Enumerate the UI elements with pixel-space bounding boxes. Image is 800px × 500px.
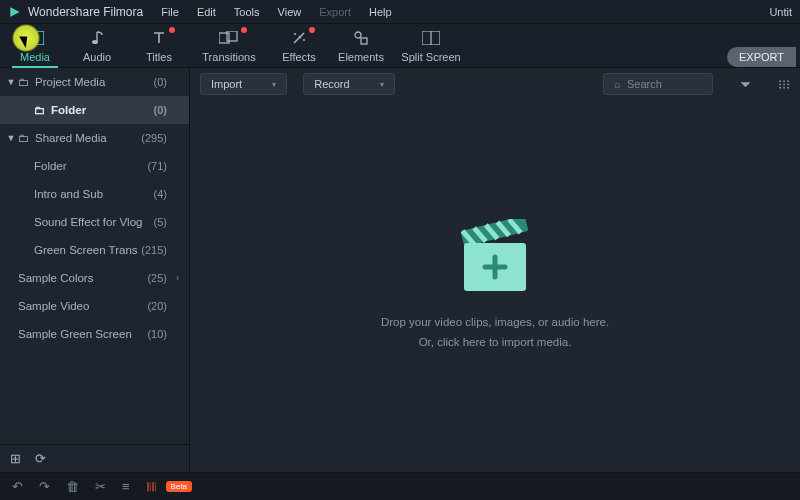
titlebar: Wondershare Filmora File Edit Tools View… xyxy=(0,0,800,24)
tree-row-count: (295) xyxy=(141,132,167,144)
svg-point-5 xyxy=(303,39,305,41)
menu-export: Export xyxy=(319,6,351,18)
redo-icon[interactable]: ↷ xyxy=(39,479,50,494)
grid-view-icon[interactable]: ⁝⁝⁝ xyxy=(778,77,790,92)
chevron-right-icon: › xyxy=(167,273,179,283)
document-title: Untit xyxy=(769,6,792,18)
main-menu: File Edit Tools View Export Help xyxy=(161,6,391,18)
tree-row[interactable]: Sample Green Screen(10) xyxy=(0,320,189,348)
tree-row-count: (71) xyxy=(147,160,167,172)
tree-row[interactable]: ▼🗀Shared Media(295) xyxy=(0,124,189,152)
tab-label: Split Screen xyxy=(401,51,460,63)
new-badge-icon xyxy=(169,27,175,33)
drop-zone[interactable]: Drop your video clips, images, or audio … xyxy=(190,100,800,472)
import-dropdown[interactable]: Import▾ xyxy=(200,73,287,95)
folder-icon: 🗀 xyxy=(34,104,45,116)
menu-file[interactable]: File xyxy=(161,6,179,18)
tree-row[interactable]: Sample Colors(25)› xyxy=(0,264,189,292)
tree-row[interactable]: Green Screen Trans(215) xyxy=(0,236,189,264)
content-toolbar: Import▾ Record▾ ⌕Search ⏷ ⁝⁝⁝ xyxy=(190,68,800,100)
tool-tabs: Media Audio Titles Transitions Effects E… xyxy=(0,24,800,68)
chevron-down-icon: ▾ xyxy=(272,80,276,89)
tree-row-label: Shared Media xyxy=(35,132,141,144)
tree-row[interactable]: ▼🗀Project Media(0) xyxy=(0,68,189,96)
folder-icon: 🗀 xyxy=(18,76,29,88)
undo-icon[interactable]: ↶ xyxy=(12,479,23,494)
tab-split-screen[interactable]: Split Screen xyxy=(392,23,470,67)
tree-row-label: Sample Colors xyxy=(18,272,147,284)
drop-text-1: Drop your video clips, images, or audio … xyxy=(381,313,609,333)
menu-edit[interactable]: Edit xyxy=(197,6,216,18)
search-input[interactable]: ⌕Search xyxy=(603,73,713,95)
tree-row[interactable]: Folder(71) xyxy=(0,152,189,180)
tab-titles[interactable]: Titles xyxy=(128,23,190,67)
svg-point-1 xyxy=(92,40,98,44)
tree-row[interactable]: Intro and Sub(4) xyxy=(0,180,189,208)
export-button[interactable]: EXPORT xyxy=(727,47,796,67)
dropdown-label: Import xyxy=(211,78,242,90)
tree-row-count: (10) xyxy=(147,328,167,340)
tab-label: Effects xyxy=(282,51,315,63)
app-logo-icon xyxy=(8,5,22,19)
svg-rect-7 xyxy=(361,38,367,44)
svg-point-6 xyxy=(355,32,361,38)
tree-row[interactable]: Sound Effect for Vlog(5) xyxy=(0,208,189,236)
refresh-icon[interactable]: ⟳ xyxy=(35,451,46,466)
new-badge-icon xyxy=(241,27,247,33)
timeline-icon[interactable]: ⦀⦀ xyxy=(146,479,156,495)
tree-row-count: (0) xyxy=(154,76,167,88)
transitions-icon xyxy=(219,29,239,47)
tab-label: Transitions xyxy=(202,51,255,63)
tree-row[interactable]: 🗀Folder(0) xyxy=(0,96,189,124)
search-icon: ⌕ xyxy=(614,78,621,90)
chevron-icon: ▼ xyxy=(6,133,16,143)
tree-row-count: (4) xyxy=(154,188,167,200)
tab-label: Audio xyxy=(83,51,111,63)
tree-row-label: Project Media xyxy=(35,76,154,88)
add-folder-icon[interactable]: ⊞ xyxy=(10,451,21,466)
audio-icon xyxy=(89,29,105,47)
new-badge-icon xyxy=(309,27,315,33)
cut-icon[interactable]: ✂ xyxy=(95,479,106,494)
tree-row-count: (215) xyxy=(141,244,167,256)
tab-effects[interactable]: Effects xyxy=(268,23,330,67)
beta-badge: Beta xyxy=(166,481,192,492)
tree-row[interactable]: Sample Video(20) xyxy=(0,292,189,320)
chevron-down-icon: ▾ xyxy=(380,80,384,89)
tree-row-count: (0) xyxy=(154,104,167,116)
tab-audio[interactable]: Audio xyxy=(66,23,128,67)
menu-view[interactable]: View xyxy=(278,6,302,18)
tree-row-label: Green Screen Trans xyxy=(34,244,141,256)
tab-label: Media xyxy=(20,51,50,63)
tree-row-label: Folder xyxy=(51,104,154,116)
elements-icon xyxy=(353,29,369,47)
menu-help[interactable]: Help xyxy=(369,6,392,18)
dropdown-label: Record xyxy=(314,78,349,90)
menu-tools[interactable]: Tools xyxy=(234,6,260,18)
effects-icon xyxy=(291,29,307,47)
tab-elements[interactable]: Elements xyxy=(330,23,392,67)
tab-label: Elements xyxy=(338,51,384,63)
titles-icon xyxy=(151,29,167,47)
tree-row-label: Sample Green Screen xyxy=(18,328,147,340)
filter-icon[interactable]: ⏷ xyxy=(739,77,752,92)
settings-icon[interactable]: ≡ xyxy=(122,479,130,494)
clapperboard-icon xyxy=(452,219,538,295)
tree-row-label: Sound Effect for Vlog xyxy=(34,216,154,228)
chevron-icon: ▼ xyxy=(6,77,16,87)
media-sidebar: ▼🗀Project Media(0)🗀Folder(0)▼🗀Shared Med… xyxy=(0,68,190,472)
delete-icon[interactable]: 🗑 xyxy=(66,479,79,494)
media-content: Import▾ Record▾ ⌕Search ⏷ ⁝⁝⁝ Drop your … xyxy=(190,68,800,472)
search-placeholder: Search xyxy=(627,78,662,90)
tab-label: Titles xyxy=(146,51,172,63)
record-dropdown[interactable]: Record▾ xyxy=(303,73,394,95)
tab-transitions[interactable]: Transitions xyxy=(190,23,268,67)
app-name: Wondershare Filmora xyxy=(28,5,143,19)
tab-media[interactable]: Media xyxy=(4,23,66,67)
tree-row-label: Folder xyxy=(34,160,147,172)
splitscreen-icon xyxy=(422,29,440,47)
tree-row-count: (20) xyxy=(147,300,167,312)
media-icon xyxy=(26,29,44,47)
tree-row-label: Intro and Sub xyxy=(34,188,154,200)
timeline-toolbar: ↶ ↷ 🗑 ✂ ≡ ⦀⦀ Beta xyxy=(0,472,800,500)
